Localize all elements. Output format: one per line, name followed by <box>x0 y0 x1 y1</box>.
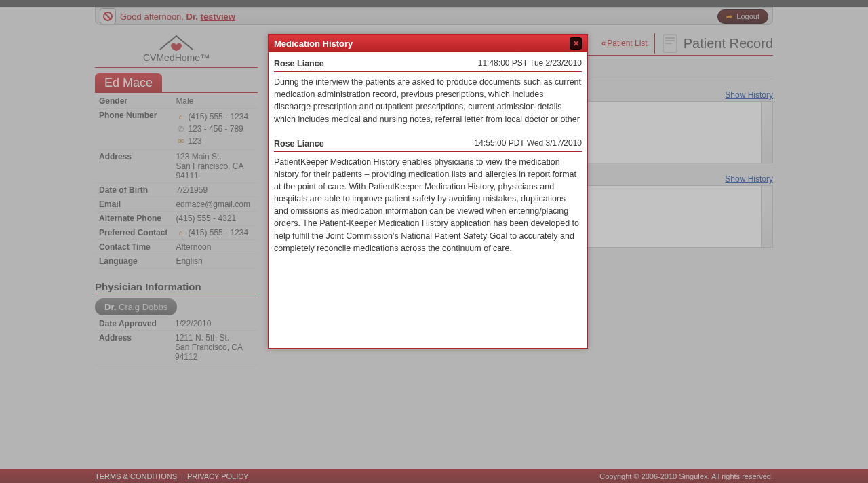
modal-title: Medication History <box>274 39 353 49</box>
entry-timestamp: 11:48:00 PST Tue 2/23/2010 <box>478 58 582 70</box>
medication-history-modal: Medication History ✕ Rose Liance 11:48:0… <box>268 34 588 349</box>
modal-body: Rose Liance 11:48:00 PST Tue 2/23/2010 D… <box>269 52 587 348</box>
history-entry: Rose Liance 11:48:00 PST Tue 2/23/2010 D… <box>274 58 582 125</box>
modal-header: Medication History ✕ <box>269 35 587 52</box>
entry-body: PatientKeeper Medication History enables… <box>274 156 582 254</box>
entry-timestamp: 14:55:00 PDT Wed 3/17/2010 <box>475 138 582 150</box>
entry-author: Rose Liance <box>274 138 324 150</box>
entry-author: Rose Liance <box>274 58 324 70</box>
entry-body: During the interview the patients are as… <box>274 76 582 125</box>
close-icon[interactable]: ✕ <box>570 37 582 50</box>
history-entry: Rose Liance 14:55:00 PDT Wed 3/17/2010 P… <box>274 138 582 254</box>
